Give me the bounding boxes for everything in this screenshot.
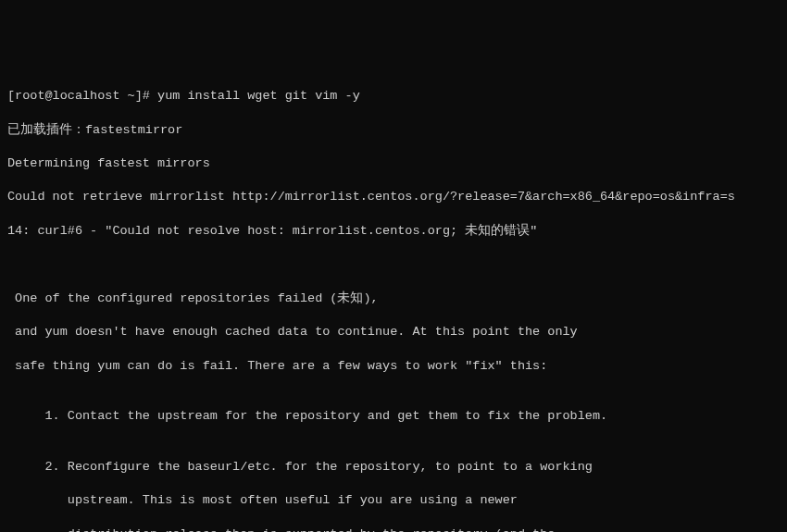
output-line: 1. Contact the upstream for the reposito… [7, 408, 780, 425]
shell-prompt: [root@localhost ~]# [7, 89, 157, 103]
output-line: Determining fastest mirrors [7, 155, 780, 172]
output-line: upstream. This is most often useful if y… [7, 492, 780, 509]
command-line: [root@localhost ~]# yum install wget git… [7, 88, 780, 105]
output-line: safe thing yum can do is fail. There are… [7, 358, 780, 375]
terminal-output: [root@localhost ~]# yum install wget git… [7, 71, 780, 532]
output-line: distribution release than is supported b… [7, 526, 780, 532]
output-line: 已加载插件：fastestmirror [7, 122, 780, 139]
output-line: One of the configured repositories faile… [7, 291, 780, 307]
output-line: Could not retrieve mirrorlist http://mir… [7, 189, 780, 205]
output-line: 2. Reconfigure the baseurl/etc. for the … [7, 459, 780, 476]
output-line: and yum doesn't have enough cached data … [7, 324, 780, 340]
command-text: yum install wget git vim -y [157, 89, 360, 103]
output-line: 14: curl#6 - "Could not resolve host: mi… [7, 223, 780, 240]
